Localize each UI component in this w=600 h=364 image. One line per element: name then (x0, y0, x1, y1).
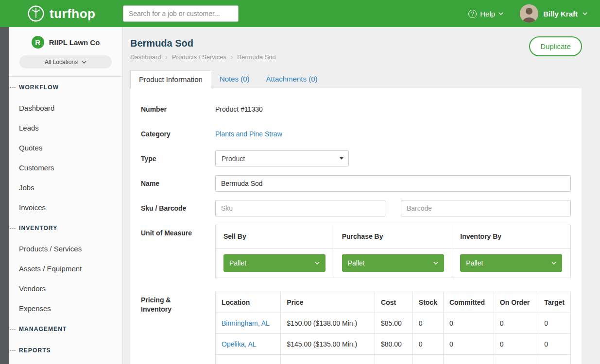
chevron-down-icon (315, 262, 320, 265)
main-content: Bermuda Sod Dashboard › Products / Servi… (123, 27, 600, 364)
user-name: Billy Kraft (543, 10, 578, 18)
sidebar-nav: WORKFLOW Dashboard Leads Quotes Customer… (9, 77, 122, 361)
sidebar-item-vendors[interactable]: Vendors (9, 279, 122, 298)
inventory-by-header: Inventory By (452, 225, 570, 248)
sidebar-section-inventory[interactable]: INVENTORY (9, 217, 122, 239)
company-name: RIIPL Lawn Co (49, 38, 100, 47)
tab-notes[interactable]: Notes (0) (211, 70, 258, 88)
brand-name: turfhop (50, 6, 95, 21)
sidebar-item-dashboard[interactable]: Dashboard (9, 98, 122, 118)
chevron-down-icon (82, 61, 86, 64)
target-cell: 0 (538, 334, 571, 355)
user-menu[interactable]: Billy Kraft (520, 4, 587, 23)
col-on-order: On Order (494, 292, 538, 313)
col-target: Target (538, 292, 571, 313)
company-logo: R (32, 36, 44, 49)
chevron-down-icon (583, 12, 587, 15)
col-committed: Committed (443, 292, 494, 313)
unit-of-measure-row: Unit of Measure Sell By Purchase By Inve… (141, 225, 571, 283)
sell-by-dropdown[interactable]: Pallet (223, 254, 326, 272)
sprinkler-logo-icon (27, 5, 45, 22)
sidebar-item-quotes[interactable]: Quotes (9, 138, 122, 158)
sku-barcode-label: Sku / Barcode (141, 200, 215, 216)
sell-by-header: Sell By (216, 225, 334, 248)
name-label: Name (141, 175, 215, 192)
sidebar-item-jobs[interactable]: Jobs (9, 178, 122, 198)
tab-attachments[interactable]: Attachments (0) (258, 70, 326, 88)
breadcrumb-current: Bermuda Sod (237, 53, 276, 61)
type-row: Type Product (141, 150, 571, 167)
help-menu[interactable]: ? Help (468, 10, 503, 18)
global-search-input[interactable] (123, 5, 239, 22)
sidebar: R RIIPL Lawn Co All Locations WORKFLOW D… (0, 27, 123, 364)
cost-cell: $80.00 (375, 334, 413, 355)
company-selector[interactable]: R RIIPL Lawn Co (9, 36, 122, 49)
target-cell: 0 (538, 313, 571, 334)
category-row: Category Plants and Pine Straw (141, 126, 571, 142)
sku-input[interactable] (215, 200, 385, 216)
purchase-by-header: Purchase By (334, 225, 453, 248)
help-label: Help (480, 10, 495, 18)
col-price: Price (281, 292, 375, 313)
breadcrumb-separator-icon: › (231, 53, 233, 61)
help-icon: ? (468, 10, 477, 18)
type-select[interactable]: Product (215, 150, 349, 166)
breadcrumb: Dashboard › Products / Services › Bermud… (130, 53, 582, 61)
sidebar-section-reports[interactable]: REPORTS (9, 340, 122, 361)
category-link[interactable]: Plants and Pine Straw (215, 130, 282, 138)
chevron-down-icon (551, 262, 556, 265)
sidebar-item-assets-equipment[interactable]: Assets / Equipment (9, 259, 122, 279)
committed-cell: 0 (443, 313, 494, 334)
select-arrow-icon (340, 157, 343, 160)
table-row-clipped (216, 355, 571, 364)
sidebar-item-invoices[interactable]: Invoices (9, 198, 122, 217)
sidebar-item-expenses[interactable]: Expenses (9, 298, 122, 318)
name-input[interactable] (215, 175, 571, 192)
inventory-by-dropdown[interactable]: Pallet (460, 254, 562, 272)
unit-of-measure-table: Sell By Purchase By Inventory By Pallet (215, 225, 571, 278)
on-order-cell: 0 (494, 334, 538, 355)
pricing-inventory-label: Pricing & Inventory (141, 292, 215, 364)
tree-dash-icon (10, 350, 16, 351)
sidebar-section-management[interactable]: MANAGEMENT (9, 318, 122, 340)
sidebar-edge-strip (0, 27, 9, 364)
table-row: Opelika, AL $145.00 ($135.00 Min.) $80.0… (216, 334, 571, 355)
barcode-input[interactable] (401, 200, 571, 216)
type-select-value: Product (222, 155, 245, 163)
sidebar-item-customers[interactable]: Customers (9, 158, 122, 178)
sidebar-item-products-services[interactable]: Products / Services (9, 239, 122, 259)
pricing-table: Location Price Cost Stock Committed On O… (215, 292, 571, 364)
locations-dropdown[interactable]: All Locations (19, 55, 112, 68)
tree-dash-icon (10, 228, 16, 229)
breadcrumb-dashboard[interactable]: Dashboard (130, 53, 161, 61)
purchase-by-dropdown[interactable]: Pallet (342, 254, 444, 272)
unit-of-measure-label: Unit of Measure (141, 225, 215, 283)
sidebar-section-workflow[interactable]: WORKFLOW (9, 77, 122, 98)
tab-product-information[interactable]: Product Information (130, 70, 211, 88)
breadcrumb-separator-icon: › (166, 53, 168, 61)
type-label: Type (141, 150, 215, 167)
tab-bar: Product Information Notes (0) Attachment… (130, 70, 582, 88)
user-avatar (520, 4, 538, 23)
pricing-table-header-row: Location Price Cost Stock Committed On O… (216, 292, 571, 313)
number-value: Product #11330 (215, 101, 571, 117)
sku-barcode-row: Sku / Barcode (141, 200, 571, 216)
stock-cell: 0 (412, 313, 443, 334)
location-link-opelika[interactable]: Opelika, AL (222, 340, 257, 348)
number-label: Number (141, 101, 215, 117)
col-cost: Cost (375, 292, 413, 313)
committed-cell: 0 (443, 334, 494, 355)
duplicate-button[interactable]: Duplicate (529, 36, 582, 56)
breadcrumb-products-services[interactable]: Products / Services (172, 53, 226, 61)
cost-cell: $85.00 (375, 313, 413, 334)
sidebar-item-leads[interactable]: Leads (9, 118, 122, 138)
locations-label: All Locations (45, 59, 78, 66)
category-label: Category (141, 126, 215, 142)
brand-logo[interactable]: turfhop (27, 5, 95, 22)
location-link-birmingham[interactable]: Birmingham, AL (222, 319, 270, 327)
stock-cell: 0 (412, 334, 443, 355)
col-location: Location (216, 292, 281, 313)
table-row: Birmingham, AL $150.00 ($138.00 Min.) $8… (216, 313, 571, 334)
page-title: Bermuda Sod (130, 38, 582, 49)
price-cell: $145.00 ($135.00 Min.) (281, 334, 375, 355)
